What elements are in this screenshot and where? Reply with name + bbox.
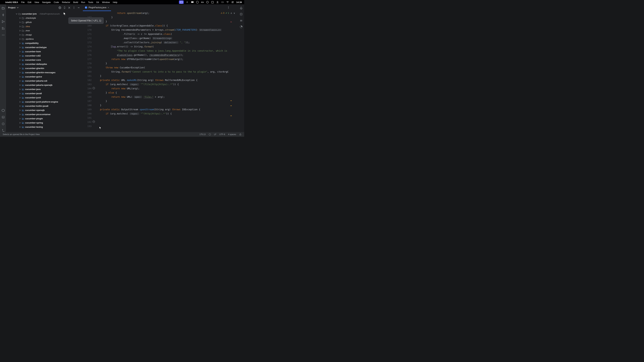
tree-item[interactable]: cucumber-archetype	[6, 45, 82, 49]
chevron-right-icon[interactable]	[19, 63, 21, 65]
tree-item[interactable]: cucumber-picocontainer	[6, 112, 82, 116]
menu-help[interactable]: Help	[113, 1, 118, 3]
chevron-right-icon[interactable]	[19, 105, 21, 107]
tree-item[interactable]: cucumber-java8	[6, 91, 82, 95]
caret-position[interactable]: 175:13	[200, 133, 206, 136]
build-icon[interactable]	[2, 109, 5, 112]
battery-icon[interactable]	[221, 1, 224, 3]
error-stripe[interactable]	[230, 12, 232, 127]
tree-root[interactable]: cucumber-jvm ~/IdeaProjects/cucum	[6, 12, 82, 16]
chevron-right-icon[interactable]	[19, 55, 21, 57]
tree-item[interactable]: .spotless	[6, 37, 82, 41]
chevron-right-icon[interactable]	[19, 51, 21, 52]
code-area[interactable]: 1671681691701711721731741751761771781791…	[82, 11, 238, 132]
close-icon[interactable]: ×	[108, 6, 109, 9]
line-separator[interactable]: LF	[214, 133, 216, 136]
commit-icon[interactable]	[2, 13, 5, 16]
tray-calendar-icon[interactable]	[211, 1, 214, 3]
chevron-right-icon[interactable]	[19, 76, 21, 78]
chevron-right-icon[interactable]	[19, 84, 21, 86]
tray-a-icon[interactable]: A	[186, 1, 189, 3]
tray-bars-icon[interactable]	[201, 1, 204, 3]
chevron-right-icon[interactable]	[19, 122, 21, 124]
editor-tab[interactable]: PluginFactory.java ×	[83, 4, 111, 11]
menu-tools[interactable]: Tools	[88, 1, 93, 3]
chevron-right-icon[interactable]	[19, 80, 21, 82]
menu-file[interactable]: File	[21, 1, 25, 3]
tree-item[interactable]: .revapi	[6, 33, 82, 37]
tree-item[interactable]: .idea	[6, 24, 82, 28]
chevron-right-icon[interactable]	[19, 101, 21, 103]
tab-options-icon[interactable]	[227, 6, 230, 9]
tray-cube-icon[interactable]	[196, 1, 199, 3]
terminal-icon[interactable]	[2, 116, 5, 119]
indent[interactable]: 4 spaces	[228, 133, 236, 136]
inspection-ok[interactable]: ✔ 1	[226, 12, 229, 14]
notifications-icon[interactable]	[240, 7, 243, 10]
expand-all-icon[interactable]	[63, 6, 66, 9]
pull-request-icon[interactable]	[2, 27, 5, 30]
next-highlight-icon[interactable]: ∨	[234, 12, 235, 14]
tray-display-icon[interactable]	[191, 1, 194, 3]
chevron-right-icon[interactable]	[19, 93, 21, 94]
tree-item[interactable]: cucumber-gherkin-messages	[6, 70, 82, 75]
readonly-toggle-icon[interactable]	[239, 133, 242, 136]
chevron-right-icon[interactable]	[19, 88, 21, 90]
tree-item[interactable]: cucumber-java	[6, 87, 82, 91]
hide-icon[interactable]	[77, 6, 80, 9]
database-icon[interactable]	[240, 13, 243, 16]
chevron-right-icon[interactable]	[19, 26, 21, 27]
chevron-right-icon[interactable]	[19, 38, 21, 40]
chevron-right-icon[interactable]	[19, 109, 21, 111]
clock[interactable]: 14:39	[236, 1, 242, 3]
chevron-right-icon[interactable]	[19, 72, 21, 73]
tree-item[interactable]: cucumber-cdi2	[6, 54, 82, 58]
menu-run[interactable]: Run	[81, 1, 85, 3]
collapse-icon[interactable]	[68, 6, 71, 9]
line-gutter[interactable]: 1671681691701711721731741751761771781791…	[82, 11, 94, 132]
project-icon[interactable]	[2, 7, 5, 10]
tree-item[interactable]: cucumber-testng	[6, 125, 82, 129]
chevron-right-icon[interactable]	[19, 67, 21, 69]
menu-code[interactable]: Code	[54, 1, 59, 3]
tray-circle-icon[interactable]	[206, 1, 209, 3]
chevron-right-icon[interactable]	[19, 34, 21, 36]
chevron-right-icon[interactable]	[19, 126, 21, 128]
problems-icon[interactable]	[2, 122, 5, 125]
app-name[interactable]: IntelliJ IDEA	[5, 1, 18, 3]
select-opened-file-icon[interactable]	[58, 6, 62, 9]
file-encoding[interactable]: UTF-8	[219, 133, 225, 136]
tree-item[interactable]: cucumber-spring	[6, 121, 82, 125]
chevron-right-icon[interactable]	[19, 118, 21, 119]
code-content[interactable]: return openStream(arg); } } if (ctorArgC…	[98, 11, 238, 132]
tree-item[interactable]: cucumber-core	[6, 58, 82, 62]
chevron-right-icon[interactable]	[19, 17, 21, 19]
tree-item[interactable]: cucumber-jakarta-cdi	[6, 79, 82, 83]
maven-icon[interactable]: m	[240, 19, 242, 22]
menu-edit[interactable]: Edit	[28, 1, 31, 3]
menu-view[interactable]: View	[34, 1, 39, 3]
menu-navigate[interactable]: Navigate	[42, 1, 51, 3]
tree-item[interactable]: cucumber-bom	[6, 49, 82, 54]
coverage-icon[interactable]	[240, 25, 243, 28]
tree-item[interactable]: cucumber-plugin	[6, 116, 82, 121]
tree-item[interactable]: .mvn	[6, 28, 82, 33]
inspection-warnings[interactable]: ⚠ 3	[221, 12, 224, 14]
tree-item[interactable]: compatibility	[6, 41, 82, 45]
menu-build[interactable]: Build	[73, 1, 78, 3]
more-icon[interactable]	[2, 33, 5, 36]
chevron-down-icon[interactable]	[17, 7, 18, 8]
tray-user-icon[interactable]	[216, 1, 219, 3]
control-center-icon[interactable]	[231, 1, 234, 3]
vcs-icon[interactable]	[2, 129, 5, 132]
wifi-icon[interactable]	[226, 1, 229, 3]
chevron-right-icon[interactable]	[19, 42, 21, 44]
options-icon[interactable]	[72, 6, 76, 9]
chevron-right-icon[interactable]	[19, 114, 21, 115]
menu-refactor[interactable]: Refactor	[62, 1, 70, 3]
structure-icon[interactable]	[2, 20, 5, 23]
menu-git[interactable]: Git	[96, 1, 99, 3]
tree-item[interactable]: cucumber-jakarta-openejb	[6, 83, 82, 87]
tree-item[interactable]: cucumber-gherkin	[6, 66, 82, 70]
project-tree[interactable]: cucumber-jvm ~/IdeaProjects/cucum .check…	[6, 11, 82, 132]
